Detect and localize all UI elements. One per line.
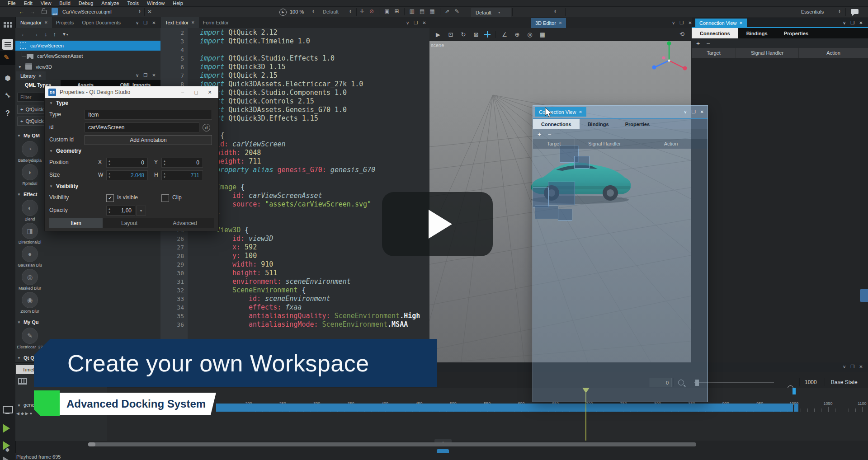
move-down-icon[interactable]: ↓ bbox=[44, 31, 47, 38]
popout-icon[interactable]: ❐ bbox=[143, 73, 147, 78]
close-icon[interactable]: ✕ bbox=[579, 110, 582, 114]
tree-row-carviewscreenasset[interactable]: carViewScreenAsset bbox=[15, 51, 160, 61]
collapse-icon[interactable]: ∨ bbox=[843, 20, 846, 25]
code-line[interactable]: 32SceneEnvironment { bbox=[160, 286, 429, 295]
collapse-icon[interactable]: ∨ bbox=[684, 109, 687, 114]
floating-tab-connection-view[interactable]: Connection View✕ bbox=[535, 107, 586, 117]
section-type[interactable]: ▼Type bbox=[49, 100, 68, 106]
remove-connection-button[interactable]: − bbox=[547, 131, 551, 138]
close-icon[interactable]: ✕ bbox=[44, 20, 48, 25]
library-section-my-qu[interactable]: ▼My Qu bbox=[17, 319, 74, 325]
popout-icon[interactable]: ❐ bbox=[679, 20, 684, 25]
code-line[interactable]: 34effects: fxaa bbox=[160, 303, 429, 312]
tab-projects[interactable]: Projects bbox=[52, 17, 78, 28]
monitor-icon[interactable] bbox=[3, 406, 13, 413]
code-line[interactable]: 36antialiasingMode: SceneEnvironment.MSA… bbox=[160, 320, 429, 329]
state-selector[interactable]: Default bbox=[323, 9, 339, 14]
horizontal-scrollbar[interactable] bbox=[88, 442, 696, 446]
menu-help[interactable]: Help bbox=[169, 0, 187, 6]
run-partial-icon[interactable] bbox=[3, 456, 9, 460]
dialog-tab-layout[interactable]: Layout bbox=[103, 218, 156, 228]
x-field[interactable]: ▲▼0 bbox=[106, 158, 148, 168]
fit-selected-icon[interactable]: ⊠ bbox=[471, 31, 481, 38]
cv-tab-connections[interactable]: Connections bbox=[692, 28, 738, 38]
expander-icon[interactable]: ▼ bbox=[18, 65, 22, 69]
reset-view-icon[interactable]: ⟲ bbox=[679, 31, 684, 38]
code-line[interactable]: 33id: sceneEnvironment bbox=[160, 295, 429, 303]
menu-tools[interactable]: Tools bbox=[123, 0, 143, 6]
close-document-icon[interactable]: ✕ bbox=[147, 9, 152, 15]
library-item[interactable]: ◉Zoom Blur bbox=[15, 292, 44, 315]
zoom-spinner[interactable]: ▲▼ bbox=[312, 9, 315, 13]
local-global-icon[interactable]: ⊡ bbox=[446, 31, 456, 38]
y-field[interactable]: ▲▼0 bbox=[161, 158, 203, 168]
section-geometry[interactable]: ▼Geometry bbox=[49, 148, 81, 154]
kit-spinner[interactable]: ▲▼ bbox=[838, 9, 841, 13]
library-item[interactable]: ◨DirectionalBl bbox=[15, 223, 44, 246]
add-connection-button[interactable]: + bbox=[538, 131, 541, 138]
remove-connection-button[interactable]: − bbox=[706, 40, 710, 47]
collapse-icon[interactable]: ∨ bbox=[843, 364, 846, 369]
menu-view[interactable]: View bbox=[37, 0, 56, 6]
collapse-icon[interactable]: ∨ bbox=[406, 20, 409, 25]
tab-library[interactable]: Library✕ bbox=[16, 71, 46, 80]
anchor-move-icon[interactable]: ✛ bbox=[360, 8, 364, 15]
grid-icon[interactable]: ▦ bbox=[429, 8, 434, 15]
id-input[interactable]: carViewScreen bbox=[85, 122, 199, 132]
menu-debug[interactable]: Debug bbox=[75, 0, 97, 6]
zoom-level[interactable]: 100 % bbox=[290, 9, 304, 14]
code-line[interactable]: 5import QtQuick.Studio.Effects 1.0 bbox=[160, 54, 429, 63]
timeline-ruler[interactable] bbox=[107, 388, 868, 402]
forward-arrow-icon[interactable]: → bbox=[30, 9, 35, 15]
close-panel-icon[interactable]: ✕ bbox=[859, 364, 863, 369]
close-icon[interactable]: ✕ bbox=[38, 74, 42, 78]
library-item[interactable]: ◔Batterydispla bbox=[15, 141, 44, 164]
add-annotation-button[interactable]: Add Annotation bbox=[85, 135, 212, 145]
collapse-icon[interactable]: ∨ bbox=[136, 20, 139, 25]
film-strip-icon[interactable] bbox=[18, 378, 27, 385]
section-visibility[interactable]: ▼Visibility bbox=[49, 183, 78, 189]
maximize-button[interactable]: ◻ bbox=[191, 89, 201, 95]
tab-navigator[interactable]: Navigator✕ bbox=[16, 17, 52, 28]
menu-analyze[interactable]: Analyze bbox=[97, 0, 123, 6]
library-item[interactable]: ◗Rpmdial bbox=[15, 164, 44, 187]
panel-edge-tab[interactable] bbox=[860, 289, 868, 302]
help-icon[interactable]: ? bbox=[0, 107, 15, 120]
select-icon[interactable]: ▶ bbox=[433, 31, 443, 38]
popout-icon[interactable]: ❐ bbox=[850, 20, 854, 25]
edit-mode-pencil-icon[interactable]: ✎ bbox=[4, 53, 9, 61]
library-item[interactable]: ✎Electriccar_27 bbox=[15, 328, 44, 351]
close-icon[interactable]: ✕ bbox=[739, 21, 743, 25]
properties-dialog[interactable]: DS Properties - Qt Design Studio – ◻ ✕ ▼… bbox=[44, 86, 219, 231]
style-selector[interactable]: Default ▼ bbox=[472, 8, 511, 17]
run-preview-icon[interactable]: ▶ bbox=[279, 9, 287, 16]
video-play-button[interactable] bbox=[382, 192, 493, 256]
bounds-add-icon[interactable]: ⊞ bbox=[394, 8, 399, 15]
columns-icon[interactable]: ▥ bbox=[410, 8, 415, 15]
apps-grid-icon[interactable] bbox=[0, 18, 15, 32]
grid-snap-icon[interactable]: ▦ bbox=[538, 31, 547, 38]
axis-gizmo[interactable] bbox=[650, 40, 687, 74]
move-tool-icon[interactable] bbox=[484, 31, 491, 38]
close-panel-icon[interactable]: ✕ bbox=[152, 20, 156, 25]
close-panel-icon[interactable]: ✕ bbox=[152, 73, 156, 78]
welcome-mode-icon[interactable] bbox=[2, 39, 13, 50]
end-frame-field[interactable]: 1000 bbox=[805, 379, 817, 385]
debug-mode-bug-icon[interactable]: ⬢ bbox=[0, 71, 15, 85]
floating-tab-properties[interactable]: Properties bbox=[617, 119, 658, 129]
popout-icon[interactable]: ❐ bbox=[692, 109, 696, 114]
move-up-icon[interactable]: ↑ bbox=[53, 31, 57, 38]
export-icon[interactable]: ⇗ bbox=[445, 8, 450, 15]
opacity-field[interactable]: ▲▼1,00 bbox=[106, 206, 135, 216]
tab-form-editor[interactable]: Form Editor bbox=[199, 17, 233, 28]
code-line[interactable]: 35antialiasingQuality: SceneEnvironment.… bbox=[160, 312, 429, 320]
close-icon[interactable]: ✕ bbox=[559, 21, 562, 25]
tab-open-documents[interactable]: Open Documents bbox=[78, 17, 125, 28]
expander-icon[interactable]: ▼ bbox=[17, 404, 21, 408]
close-panel-icon[interactable]: ✕ bbox=[422, 20, 426, 25]
library-item[interactable]: ◐Blend bbox=[15, 200, 44, 223]
document-selector-spinner[interactable]: ▲▼ bbox=[138, 9, 141, 13]
h-field[interactable]: ▲▼711 bbox=[161, 170, 203, 180]
tab-3d-editor[interactable]: 3D Editor✕ bbox=[531, 18, 566, 28]
orbit-icon[interactable]: ↻ bbox=[458, 31, 468, 38]
